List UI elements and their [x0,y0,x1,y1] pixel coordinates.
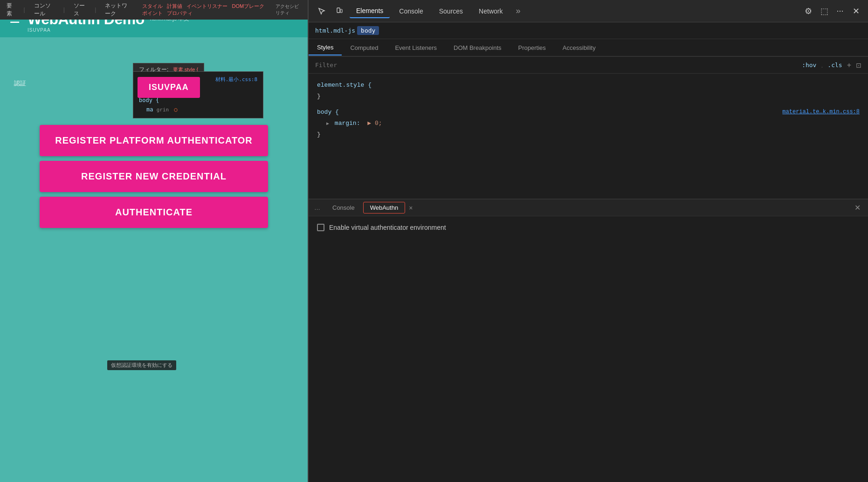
svg-rect-1 [340,9,342,13]
app-panel: 要素 | コンソール | ソース | ネットワーク スタイル 計算値 イベントリ… [0,0,308,482]
bottom-webauthn-tab[interactable]: WebAuthn [363,202,405,213]
register-new-credential-button[interactable]: REGISTER NEW CREDENTIAL [40,161,268,192]
hint-sep-3: | [95,7,96,13]
filter-hov-button[interactable]: :hov [802,62,816,69]
body-close-line: } [317,130,860,140]
bottom-console-tab[interactable]: Console [326,202,361,213]
styles-filter-input[interactable] [315,62,798,69]
hint-tab-sources[interactable]: ソース [72,1,88,19]
filter-expand-button[interactable]: ⊡ [856,62,861,69]
dt-header: Elements Console Sources Network » ⚙ ⬚ ·… [309,0,868,22]
hint-sep-1: | [24,7,25,13]
device-toolbar-button[interactable] [332,4,347,19]
dt-subtabs: Styles Computed Event Listeners DOM Brea… [309,39,868,57]
hint-tab-network[interactable]: ネットワーク [103,1,131,19]
dt-subtab-dombreakpoints[interactable]: DOM Breakpoints [445,41,510,55]
dt-more-tabs-button[interactable]: » [512,4,524,18]
isuvpaa-label: ISUVPAA [28,28,145,33]
dt-tab-elements[interactable]: Elements [350,4,390,18]
filter-sep: . [821,62,823,69]
authenticate-button[interactable]: AUTHENTICATE [40,197,268,228]
dt-webauthn-content: Enable virtual authenticator environment [309,216,868,482]
register-new-label: REGISTER NEW CREDENTIAL [81,171,227,181]
breadcrumb-body[interactable]: body [357,26,379,35]
authenticate-label: AUTHENTICATE [115,207,193,217]
dt-subtab-properties[interactable]: Properties [510,41,554,55]
content-area: 認証 ISUVPAA フィルター: 要素.style { element.sty… [0,37,308,482]
eso-margin-prop: ma [146,106,153,113]
enable-virtual-label: Enable virtual authenticator environment [329,224,446,231]
enable-virtual-row: Enable virtual authenticator environment [317,224,860,231]
svg-rect-0 [337,8,340,13]
dt-filter-row: :hov . .cls + ⊡ [309,57,868,74]
dt-subtab-accessibility[interactable]: Accessibility [554,41,604,55]
bottom-tab-close-button[interactable]: × [407,204,414,212]
register-platform-label: REGISTER PLATFORM AUTHENTICATOR [55,135,253,145]
hint-tab-console[interactable]: コンソール [32,1,56,19]
hint-tab-elements[interactable]: 要素 [5,1,17,19]
isuvpaa-tooltip: ISUVPAA [138,77,200,98]
filter-plus-button[interactable]: + [847,61,851,69]
settings-icon-button[interactable]: ⚙ [802,5,815,18]
element-style-close: } [317,93,321,100]
element-style-selector-line: element.style { [317,80,860,90]
hint-accessibility: アクセシビリティ [276,3,303,16]
feedback-icon-button[interactable]: ⬚ [818,5,831,18]
virtual-env-hint: 仮想認証環境を有効にする [107,360,176,370]
body-margin-val: ▶ 0; [367,120,382,127]
filter-cls-button[interactable]: .cls [827,62,842,69]
register-platform-button[interactable]: REGISTER PLATFORM AUTHENTICATOR [40,125,268,156]
devtools-panel: Elements Console Sources Network » ⚙ ⬚ ·… [308,0,868,482]
hint-sep-2: | [63,7,65,13]
dt-subtab-styles[interactable]: Styles [309,40,342,55]
dt-subtab-computed[interactable]: Computed [342,41,386,55]
dt-tab-sources[interactable]: Sources [433,5,469,18]
dt-tab-console[interactable]: Console [393,5,429,18]
eso-margin-line: ma grin ○ [139,105,257,114]
close-devtools-button[interactable]: ✕ [849,5,862,18]
dt-filter-controls: :hov . .cls + ⊡ [802,61,861,69]
hint-sub-items: スタイル 計算値 イベントリスナー DOMブレークポイント プロパティ [142,3,269,17]
element-style-close-line: } [317,91,860,102]
margin-expand-triangle[interactable]: ▶ [326,121,329,126]
ellipsis-menu-button[interactable]: ··· [834,5,847,18]
dt-styles-area: :hov . .cls + ⊡ element.style { } body {… [309,57,868,199]
eso-link-1: 材料.最小.css:8 [215,76,257,84]
dt-bottom: … Console WebAuthn × ✕ Enable virtual au… [309,199,868,482]
bottom-panel-close-button[interactable]: ✕ [853,203,862,212]
eso-body-selector: body { [139,97,159,103]
body-margin-prop: margin: [335,120,360,127]
eso-orange-circle: ○ [174,106,177,113]
dt-subtab-eventlisteners[interactable]: Event Listeners [386,41,445,55]
dt-bottom-tabs: … Console WebAuthn × ✕ [309,200,868,216]
devtools-hint-bar: 要素 | コンソール | ソース | ネットワーク スタイル 計算値 イベントリ… [0,0,308,20]
element-style-selector: element.style { [317,82,372,89]
body-css-link[interactable]: material.te…k.min.css:8 [782,107,860,117]
body-margin-line: ▶ margin: ▶ 0; [317,118,860,129]
body-selector-line: body { material.te…k.min.css:8 [317,107,860,117]
cursor-tool-button[interactable] [314,4,329,19]
body-close-brace: } [317,131,321,138]
body-selector: body { [317,109,339,116]
bottom-more-button[interactable]: … [314,204,320,211]
breadcrumb-html[interactable]: html.mdl-js [315,27,355,34]
dt-tab-network[interactable]: Network [472,5,509,18]
dt-breadcrumb: html.mdl-js body [309,22,868,39]
enable-virtual-checkbox[interactable] [317,224,324,231]
eso-grin: grin [157,107,169,113]
dt-code-area: element.style { } body { material.te…k.m… [309,74,868,199]
